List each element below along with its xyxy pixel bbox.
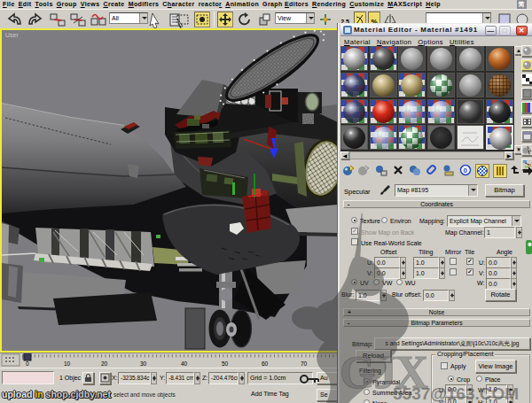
- svg-text:0: 0: [464, 167, 468, 174]
